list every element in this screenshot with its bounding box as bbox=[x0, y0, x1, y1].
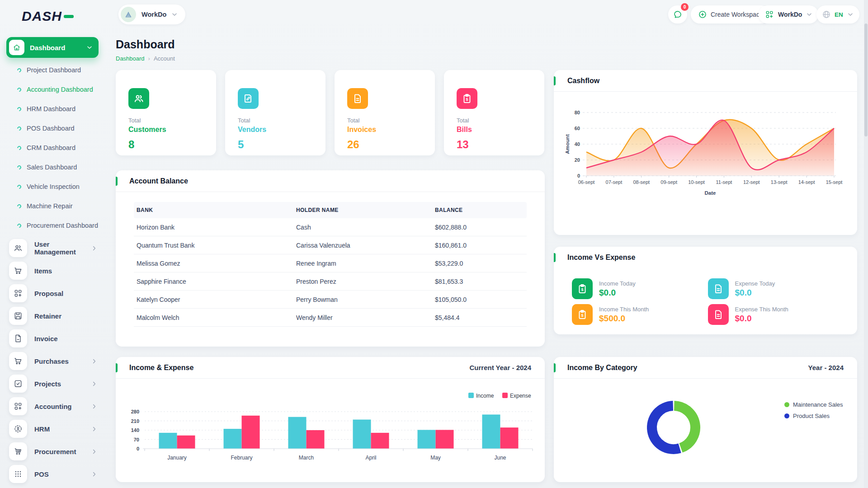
app-logo[interactable]: DASH bbox=[0, 6, 105, 26]
sidebar-sub-item[interactable]: CRM Dashboard bbox=[0, 138, 105, 158]
table-cell: Sapphire Finance bbox=[137, 278, 296, 285]
section-label: Proposal bbox=[27, 290, 98, 297]
svg-text:Income: Income bbox=[476, 393, 494, 399]
chevron-down-icon bbox=[806, 11, 813, 18]
messages-badge: 0 bbox=[681, 3, 689, 11]
sub-item-label: HRM Dashboard bbox=[27, 105, 75, 113]
file-lines-icon bbox=[708, 304, 729, 325]
workspace-switcher[interactable]: WorkDo bbox=[759, 5, 818, 23]
legend-dot-icon bbox=[784, 402, 789, 407]
language-selector[interactable]: EN bbox=[816, 5, 859, 23]
workspace-switcher-label: WorkDo bbox=[774, 11, 806, 18]
sidebar-sub-item[interactable]: Project Dashboard bbox=[0, 61, 105, 80]
svg-text:15-sept: 15-sept bbox=[826, 179, 843, 185]
svg-text:20: 20 bbox=[575, 157, 580, 163]
sidebar-item-dashboard[interactable]: Dashboard bbox=[6, 37, 99, 58]
sub-item-label: POS Dashboard bbox=[27, 124, 75, 132]
account-balance-card: Account Balance BANKHOLDER NAMEBALANCE H… bbox=[116, 170, 545, 347]
income-expense-card: Income & Expense Current Year - 2024 070… bbox=[116, 357, 545, 482]
stat-value: 8 bbox=[128, 138, 203, 151]
workspace-selector[interactable]: WorkDo bbox=[118, 5, 185, 24]
sidebar-item-retainer[interactable]: Retainer bbox=[0, 305, 105, 327]
home-icon bbox=[9, 40, 24, 55]
person-circle-icon bbox=[9, 420, 27, 438]
sidebar-item-proposal[interactable]: Proposal bbox=[0, 282, 105, 305]
chevron-right-icon bbox=[91, 426, 98, 432]
cart-chart-icon bbox=[9, 442, 27, 460]
table-cell: $105,050.0 bbox=[435, 296, 524, 303]
legend-label: Maintenance Sales bbox=[793, 401, 843, 408]
sub-item-label: Sales Dashboard bbox=[27, 163, 77, 171]
stat-label: Vendors bbox=[238, 126, 313, 134]
svg-text:06-sept: 06-sept bbox=[578, 179, 595, 185]
ive-item-income-this-month: $Income This Month$500.0 bbox=[572, 304, 708, 325]
sidebar-sub-item[interactable]: HRM Dashboard bbox=[0, 99, 105, 119]
sidebar-item-user-management[interactable]: User Management bbox=[0, 237, 105, 259]
card-accent bbox=[116, 177, 118, 186]
sidebar-item-hrm[interactable]: HRM bbox=[0, 418, 105, 440]
table-row: Sapphire FinancePreston Perez$81,653.3 bbox=[134, 272, 527, 291]
sidebar-sub-item[interactable]: Machine Repair bbox=[0, 197, 105, 216]
plus-circle-icon bbox=[698, 10, 707, 19]
table-cell: Melissa Gomez bbox=[137, 260, 296, 267]
scrollbar-track[interactable] bbox=[864, 0, 868, 488]
table-cell: Renee Ingram bbox=[296, 260, 435, 267]
svg-text:10-sept: 10-sept bbox=[688, 179, 705, 185]
income-by-category-chart bbox=[585, 381, 775, 476]
scrollbar-thumb[interactable] bbox=[864, 23, 868, 136]
sidebar-sub-item[interactable]: POS Dashboard bbox=[0, 119, 105, 138]
sidebar-item-items[interactable]: Items bbox=[0, 259, 105, 282]
stats-row: TotalCustomers8TotalVendors5TotalInvoice… bbox=[116, 70, 545, 155]
sidebar-item-accounting[interactable]: Accounting bbox=[0, 395, 105, 418]
messages-button[interactable]: 0 bbox=[668, 5, 687, 23]
donut-legend: Maintenance SalesProduct Sales bbox=[784, 401, 843, 424]
ive-value: $0.0 bbox=[735, 288, 775, 298]
table-row: Horizon BankCash$602,888.0 bbox=[134, 218, 527, 236]
sidebar-sub-item[interactable]: Accounting Dashboard bbox=[0, 80, 105, 99]
sidebar-dashboard-label: Dashboard bbox=[24, 44, 86, 52]
cashflow-title: Cashflow bbox=[567, 77, 599, 85]
sidebar-item-purchases[interactable]: Purchases bbox=[0, 350, 105, 372]
section-label: Purchases bbox=[27, 357, 91, 365]
section-label: POS bbox=[27, 470, 91, 478]
svg-text:0: 0 bbox=[137, 446, 139, 451]
table-row: Katelyn CooperPerry Bowman$105,050.0 bbox=[134, 291, 527, 309]
file-icon bbox=[9, 329, 27, 347]
cashflow-card: Cashflow 80604020006-sept07-sept08-sept0… bbox=[554, 70, 857, 235]
table-row: Malcolm WelchWendy Miller$5,484.4 bbox=[134, 309, 527, 327]
table-row: Melissa GomezRenee Ingram$53,229.0 bbox=[134, 254, 527, 272]
sidebar-item-invoice[interactable]: Invoice bbox=[0, 327, 105, 350]
grid-plus-icon bbox=[9, 397, 27, 415]
svg-text:Amount: Amount bbox=[565, 134, 570, 154]
svg-text:April: April bbox=[365, 455, 376, 461]
section-label: Items bbox=[27, 267, 98, 275]
invoices-icon bbox=[347, 88, 368, 109]
table-cell: Quantum Trust Bank bbox=[137, 242, 296, 249]
sidebar: DASH Dashboard Project DashboardAccounti… bbox=[0, 0, 105, 488]
stat-value: 5 bbox=[238, 138, 313, 151]
chevron-right-icon bbox=[91, 358, 98, 365]
dashboard-sub-list: Project DashboardAccounting DashboardHRM… bbox=[0, 61, 105, 235]
vendors-icon bbox=[238, 88, 259, 109]
sidebar-item-pos[interactable]: POS bbox=[0, 463, 105, 485]
breadcrumb-dashboard-link[interactable]: Dashboard bbox=[116, 55, 145, 62]
sidebar-item-procurement[interactable]: Procurement bbox=[0, 440, 105, 463]
sidebar-item-projects[interactable]: Projects bbox=[0, 372, 105, 395]
svg-text:0: 0 bbox=[577, 173, 580, 178]
table-cell: Cash bbox=[296, 224, 435, 231]
breadcrumb-separator: › bbox=[148, 55, 150, 62]
grid-plus-icon bbox=[9, 284, 27, 302]
card-accent bbox=[554, 253, 556, 262]
sidebar-sub-item[interactable]: Sales Dashboard bbox=[0, 158, 105, 177]
svg-text:07-sept: 07-sept bbox=[606, 179, 623, 185]
svg-text:80: 80 bbox=[575, 110, 580, 115]
stat-value: 13 bbox=[457, 138, 532, 151]
sidebar-sub-item[interactable]: Vehicle Inspection bbox=[0, 177, 105, 197]
sub-item-label: Vehicle Inspection bbox=[27, 183, 80, 191]
sidebar-section-list: User ManagementItemsProposalRetainerInvo… bbox=[0, 237, 105, 485]
sidebar-sub-item[interactable]: Procurement Dashboard bbox=[0, 216, 105, 235]
svg-text:280: 280 bbox=[131, 409, 139, 414]
stat-label: Bills bbox=[457, 126, 532, 134]
stat-card-bills: $TotalBills13 bbox=[444, 70, 544, 155]
chevron-right-icon bbox=[91, 380, 98, 387]
